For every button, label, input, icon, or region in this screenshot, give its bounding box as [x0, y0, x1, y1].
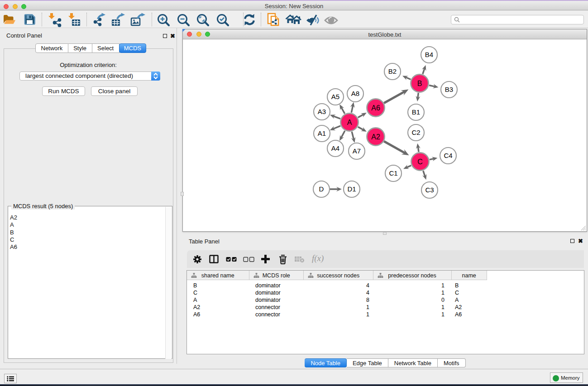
- svg-text:C3: C3: [425, 186, 434, 194]
- svg-text:A8: A8: [351, 90, 359, 97]
- svg-text:C2: C2: [411, 129, 420, 136]
- svg-text:C: C: [417, 158, 423, 166]
- svg-text:A6: A6: [371, 104, 380, 112]
- svg-text:A2: A2: [371, 133, 380, 141]
- svg-text:A: A: [347, 119, 352, 126]
- svg-text:A7: A7: [353, 147, 361, 155]
- svg-text:A3: A3: [318, 108, 326, 115]
- svg-text:A5: A5: [331, 93, 339, 100]
- svg-text:A4: A4: [331, 144, 339, 152]
- svg-text:B4: B4: [425, 51, 433, 58]
- svg-text:C1: C1: [389, 169, 397, 177]
- svg-text:C4: C4: [444, 152, 452, 159]
- svg-text:B2: B2: [388, 67, 397, 75]
- svg-text:B: B: [417, 80, 422, 87]
- svg-text:D1: D1: [347, 185, 356, 193]
- svg-text:D: D: [319, 185, 324, 193]
- svg-text:A1: A1: [318, 129, 326, 137]
- svg-text:B3: B3: [445, 86, 453, 93]
- svg-text:B1: B1: [412, 108, 420, 116]
